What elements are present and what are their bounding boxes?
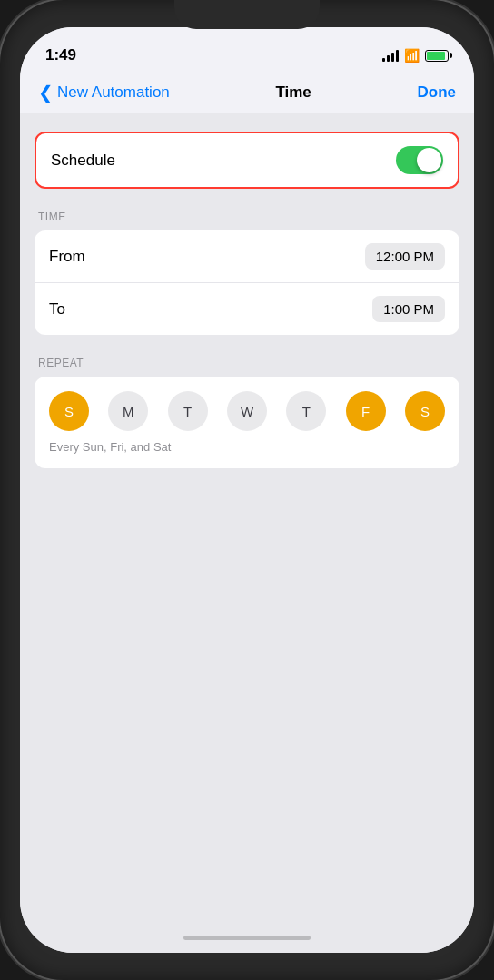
battery-fill [427, 52, 445, 60]
phone-frame: 1:49 📶 ❮ New Automation Time [0, 0, 494, 980]
day-circle-thursday[interactable]: T [286, 391, 326, 431]
done-button[interactable]: Done [417, 83, 456, 102]
time-section-label: TIME [35, 211, 459, 223]
time-section: TIME From 12:00 PM To 1:00 PM [35, 211, 459, 335]
repeat-section-label: REPEAT [35, 357, 459, 369]
status-icons: 📶 [382, 48, 449, 63]
to-row[interactable]: To 1:00 PM [35, 283, 459, 335]
time-card: From 12:00 PM To 1:00 PM [35, 230, 459, 335]
schedule-label: Schedule [51, 152, 115, 170]
wifi-icon: 📶 [404, 48, 420, 63]
schedule-card: Schedule [35, 132, 459, 189]
days-description: Every Sun, Fri, and Sat [49, 440, 445, 454]
from-row[interactable]: From 12:00 PM [35, 230, 459, 283]
status-time: 1:49 [45, 46, 76, 64]
status-bar: 1:49 📶 [20, 27, 474, 73]
phone-screen: 1:49 📶 ❮ New Automation Time [20, 27, 474, 953]
day-circle-saturday[interactable]: S [405, 391, 445, 431]
days-card: SMTWTFS Every Sun, Fri, and Sat [35, 377, 459, 468]
back-button[interactable]: ❮ New Automation [38, 83, 170, 102]
signal-icon [382, 50, 399, 62]
from-label: From [49, 248, 85, 266]
chevron-left-icon: ❮ [38, 83, 54, 102]
home-indicator [20, 922, 474, 953]
day-circle-monday[interactable]: M [108, 391, 148, 431]
toggle-thumb [417, 148, 441, 172]
to-label: To [49, 300, 65, 318]
repeat-section: REPEAT SMTWTFS Every Sun, Fri, and Sat [35, 357, 459, 468]
from-value: 12:00 PM [365, 243, 445, 270]
day-circle-tuesday[interactable]: T [168, 391, 208, 431]
battery-icon [425, 50, 449, 62]
day-circle-sunday[interactable]: S [49, 391, 89, 431]
back-label: New Automation [57, 83, 170, 102]
home-bar [183, 936, 311, 940]
to-value: 1:00 PM [372, 296, 445, 322]
main-content: Schedule TIME From 12:00 PM To 1:00 PM [20, 113, 474, 922]
schedule-toggle[interactable] [396, 146, 443, 174]
day-circle-wednesday[interactable]: W [227, 391, 267, 431]
days-row: SMTWTFS [49, 391, 445, 431]
notch [174, 0, 320, 29]
page-title: Time [275, 83, 311, 102]
navigation-bar: ❮ New Automation Time Done [20, 73, 474, 113]
day-circle-friday[interactable]: F [346, 391, 386, 431]
